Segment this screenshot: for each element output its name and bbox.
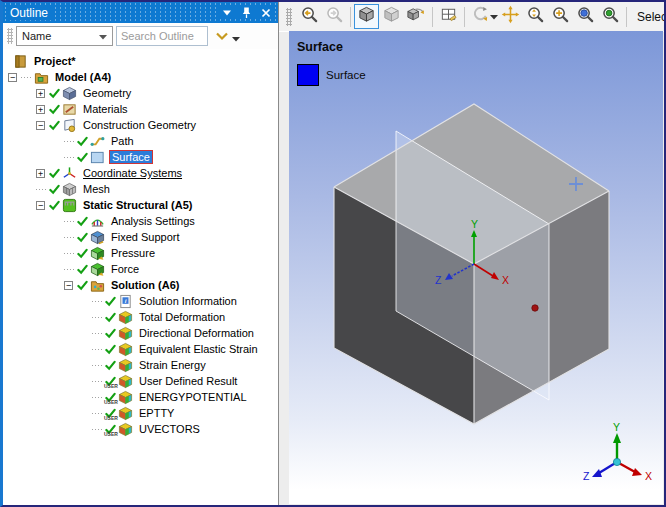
tree-item-label: Total Deformation (137, 310, 227, 324)
search-input[interactable] (116, 26, 208, 46)
result-user-icon (118, 374, 135, 389)
toolbar-grip[interactable] (286, 8, 292, 26)
tree-item-label: Path (109, 134, 136, 148)
outline-titlebar[interactable]: Outline (3, 2, 278, 23)
tree-item-label: Project* (32, 54, 78, 68)
result-icon (118, 310, 135, 325)
select-mode-button[interactable]: Select (637, 10, 666, 24)
tree-item-total-deformation[interactable]: Total Deformation (3, 309, 278, 325)
tree-item-solution-a6[interactable]: −Solution (A6) (3, 277, 278, 293)
model-triad-z-label: Z (435, 274, 442, 286)
status-check-icon: USER (105, 424, 118, 435)
result-icon (118, 342, 135, 357)
legend-color-swatch (297, 64, 319, 86)
status-check-icon: USER (105, 376, 118, 387)
zoom-forward-icon (325, 5, 344, 28)
tree-item-model-a4[interactable]: −Model (A4) (3, 69, 278, 85)
tree-item-directional-deformation[interactable]: Directional Deformation (3, 325, 278, 341)
zoom-back-button[interactable] (297, 4, 322, 29)
status-check-icon (49, 104, 62, 115)
orientation-triad[interactable]: Y X Z (583, 421, 652, 482)
tree-guide-line (92, 429, 105, 430)
expand-expander-icon[interactable]: + (36, 169, 49, 178)
shaded-cube-button[interactable] (379, 4, 404, 29)
user-result-badge: USER (104, 431, 118, 437)
analysis-settings-icon (90, 214, 107, 229)
status-check-icon (77, 280, 90, 291)
zoom-fit-button[interactable] (573, 4, 598, 29)
tree-item-label: Equivalent Elastic Strain (137, 342, 260, 356)
tree-item-label: Materials (81, 102, 130, 116)
window-menu-chevron-icon[interactable] (222, 8, 232, 17)
tree-guide-line (64, 253, 77, 254)
static-structural-icon (62, 198, 79, 213)
rotate-cube-button[interactable] (404, 4, 429, 29)
zoom-forward-button[interactable] (322, 4, 347, 29)
tree-guide-line (64, 157, 77, 158)
filter-type-dropdown[interactable]: Name (16, 26, 113, 46)
tree-item-solution-information[interactable]: iSolution Information (3, 293, 278, 309)
tree-item-geometry[interactable]: +Geometry (3, 85, 278, 101)
tree-guide-line (92, 317, 105, 318)
viewports-button[interactable] (436, 4, 461, 29)
tree-item-eptty[interactable]: USEREPTTY (3, 405, 278, 421)
tree-guide-line (64, 237, 77, 238)
path-icon (90, 134, 107, 149)
drag-grip[interactable] (7, 28, 13, 44)
graphics-toolbar: Select (279, 2, 664, 32)
zoom-box-button[interactable] (548, 4, 573, 29)
expand-search-chevron-icon[interactable] (215, 31, 229, 41)
pin-icon[interactable] (241, 6, 252, 19)
tree-item-project[interactable]: Project* (3, 53, 278, 69)
tree-item-equivalent-elastic-strain[interactable]: Equivalent Elastic Strain (3, 341, 278, 357)
status-check-icon (77, 248, 90, 259)
expand-expander-icon[interactable]: + (36, 105, 49, 114)
tree-item-pressure[interactable]: Pressure (3, 245, 278, 261)
tree-item-energypotential[interactable]: USERENERGYPOTENTIAL (3, 389, 278, 405)
collapse-expander-icon[interactable]: − (36, 201, 49, 210)
expand-expander-icon[interactable]: + (36, 89, 49, 98)
svg-text:i: i (125, 296, 127, 303)
tree-item-force[interactable]: Force (3, 261, 278, 277)
orientation-triad-y-label: Y (613, 421, 620, 433)
tree-item-label: ENERGYPOTENTIAL (137, 390, 249, 404)
tree-item-analysis-settings[interactable]: Analysis Settings (3, 213, 278, 229)
tree-item-label: Geometry (81, 86, 133, 100)
rotate-dropdown-caret-icon[interactable] (490, 14, 498, 20)
viewport-legend: Surface (297, 64, 366, 86)
tree-item-materials[interactable]: +Materials (3, 101, 278, 117)
result-user-icon (118, 406, 135, 421)
outline-tree: Project*−Model (A4)+Geometry+Materials−C… (3, 49, 278, 437)
zoom-selection-button[interactable] (598, 4, 623, 29)
tree-item-coordinate-systems[interactable]: +Coordinate Systems (3, 165, 278, 181)
tree-item-fixed-support[interactable]: Fixed Support (3, 229, 278, 245)
tree-item-surface[interactable]: Surface (3, 149, 278, 165)
status-check-icon (77, 152, 90, 163)
zoom-button[interactable] (523, 4, 548, 29)
pan-button[interactable] (498, 4, 523, 29)
collapse-expander-icon[interactable]: − (36, 121, 49, 130)
isometric-view-button[interactable] (354, 4, 379, 29)
close-icon[interactable] (261, 8, 271, 18)
search-options-caret-icon[interactable] (232, 36, 240, 42)
vertex-marker-dot[interactable] (532, 305, 538, 311)
panel-title: Outline (10, 6, 54, 20)
tree-item-user-defined-result[interactable]: USERUser Defined Result (3, 373, 278, 389)
zoom-back-icon (300, 5, 319, 28)
graphics-viewport[interactable]: Y X Z Y X (289, 31, 663, 504)
tree-item-uvectors[interactable]: USERUVECTORS (3, 421, 278, 437)
model-triad-x-label: X (502, 274, 509, 286)
tree-item-path[interactable]: Path (3, 133, 278, 149)
rotate-cube-icon (407, 5, 426, 28)
tree-item-construction-geometry[interactable]: −Construction Geometry (3, 117, 278, 133)
collapse-expander-icon[interactable]: − (8, 73, 21, 82)
collapse-expander-icon[interactable]: − (64, 281, 77, 290)
tree-guide-line (64, 269, 77, 270)
tree-item-strain-energy[interactable]: Strain Energy (3, 357, 278, 373)
3d-scene[interactable]: Y X Z Y X (289, 31, 663, 504)
tree-item-mesh[interactable]: Mesh (3, 181, 278, 197)
toolbar-separator (626, 7, 627, 27)
model-triad-y-label: Y (471, 218, 478, 230)
tree-item-static-structural-a5[interactable]: −Static Structural (A5) (3, 197, 278, 213)
tree-item-label: EPTTY (137, 406, 176, 420)
